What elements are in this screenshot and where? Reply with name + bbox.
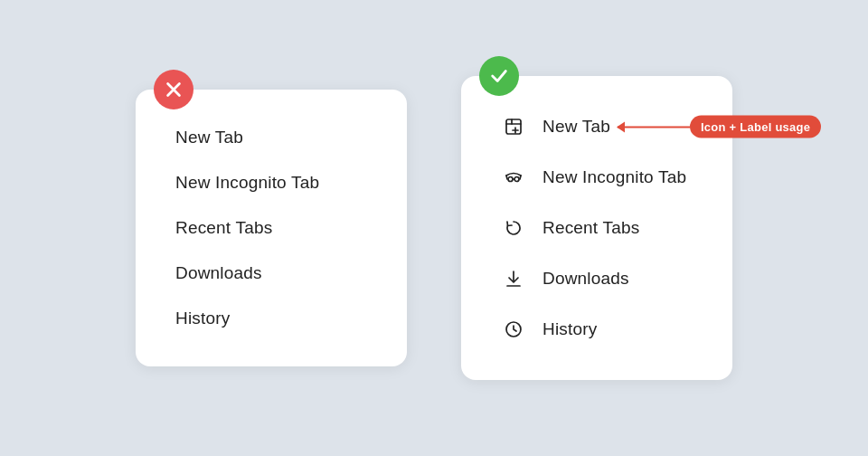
history-label: History [175,309,230,328]
new-tab-label: New Tab [542,117,610,137]
good-panel: New Tab Icon + Label usage New Inc [461,76,732,380]
bad-panel: New Tab New Incognito Tab Recent Tabs Do… [136,90,407,366]
list-item[interactable]: Downloads [501,253,693,304]
downloads-label: Downloads [175,263,262,283]
recent-tabs-label: Recent Tabs [175,218,272,238]
list-item[interactable]: New Incognito Tab [175,160,367,205]
list-item[interactable]: Recent Tabs [175,205,367,251]
list-item[interactable]: Recent Tabs [501,203,693,253]
history-label: History [542,319,597,339]
list-item[interactable]: History [501,304,693,355]
list-item[interactable]: New Tab [175,115,367,160]
recent-tabs-icon [501,215,526,241]
list-item[interactable]: History [175,296,367,341]
new-tab-icon [501,114,526,139]
new-incognito-tab-label: New Incognito Tab [542,167,686,187]
bad-badge [154,70,193,109]
svg-rect-2 [506,119,521,134]
incognito-icon [501,165,526,190]
annotation-arrow-container: Icon + Label usage [618,116,821,138]
annotation-tooltip: Icon + Label usage [690,116,821,138]
annotation-wrapper: New Tab Icon + Label usage [542,117,610,137]
new-tab-label: New Tab [175,128,243,147]
new-incognito-tab-label: New Incognito Tab [175,173,319,193]
recent-tabs-label: Recent Tabs [542,218,639,238]
list-item[interactable]: New Incognito Tab [501,152,693,203]
downloads-icon [501,266,526,291]
good-badge [479,56,519,96]
bad-card: New Tab New Incognito Tab Recent Tabs Do… [136,90,407,366]
annotation-arrow-line [618,126,690,128]
list-item[interactable]: New Tab Icon + Label usage [501,101,693,152]
good-card: New Tab Icon + Label usage New Inc [461,76,732,380]
downloads-label: Downloads [542,269,629,289]
list-item[interactable]: Downloads [175,251,367,296]
history-icon [501,317,526,342]
